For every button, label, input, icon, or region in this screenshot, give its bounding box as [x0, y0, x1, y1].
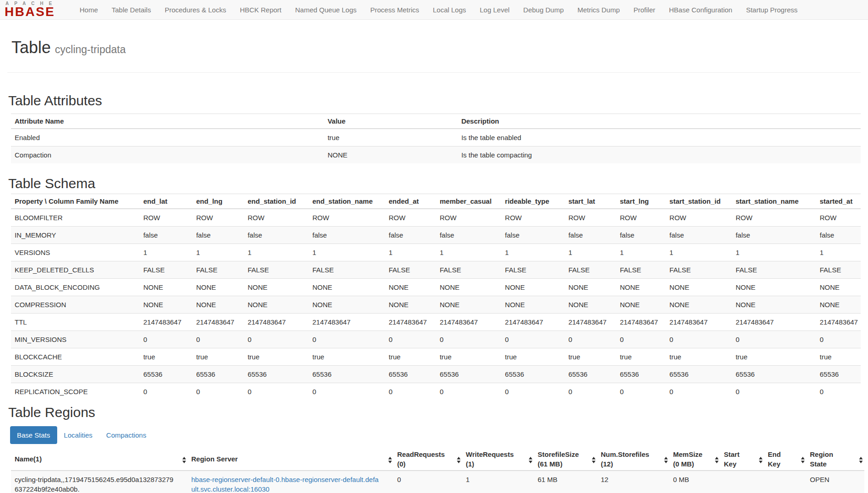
schema-value-cell: 2147483647 [666, 314, 732, 331]
attribute-name-cell: Enabled [11, 129, 324, 146]
schema-family-header: end_station_id [244, 194, 309, 209]
sort-icon[interactable] [759, 456, 763, 462]
sort-icon[interactable] [528, 456, 533, 462]
nav-link-log-level[interactable]: Log Level [473, 0, 517, 20]
schema-value-cell: 2147483647 [501, 314, 565, 331]
nav-link-startup-progress[interactable]: Startup Progress [739, 0, 804, 20]
nav-item: Table Details [105, 0, 158, 20]
nav-item: Log Level [473, 0, 517, 20]
schema-value-cell: 0 [565, 331, 616, 348]
sort-icon[interactable] [388, 456, 392, 462]
sort-icon[interactable] [457, 456, 461, 462]
regions-col-header[interactable]: StorefileSize(61 MB) [534, 448, 597, 471]
schema-value-cell: 1 [732, 244, 816, 261]
schema-value-cell: NONE [309, 279, 385, 296]
schema-value-cell: NONE [732, 279, 816, 296]
regions-col-header[interactable]: Num.Storefiles(12) [597, 448, 669, 471]
sort-icon[interactable] [859, 456, 863, 462]
schema-value-cell: ROW [385, 209, 436, 227]
schema-value-cell: false [436, 227, 501, 244]
schema-value-cell: ROW [816, 209, 861, 227]
schema-value-cell: NONE [193, 279, 244, 296]
nav-link-home[interactable]: Home [73, 0, 105, 20]
schema-value-cell: NONE [244, 279, 309, 296]
schema-property-cell: REPLICATION_SCOPE [11, 383, 140, 401]
nav-link-metrics-dump[interactable]: Metrics Dump [571, 0, 627, 20]
schema-value-cell: 1 [565, 244, 616, 261]
nav-link-local-logs[interactable]: Local Logs [426, 0, 473, 20]
regions-col-header[interactable]: StartKey [720, 448, 764, 471]
sort-icon[interactable] [664, 456, 668, 462]
schema-value-cell: true [385, 348, 436, 366]
regions-col-header[interactable]: RegionState [806, 448, 864, 471]
schema-value-cell: false [666, 227, 732, 244]
schema-value-cell: 1 [140, 244, 192, 261]
schema-value-cell: NONE [501, 296, 565, 314]
schema-value-cell: NONE [385, 279, 436, 296]
schema-family-header: end_lng [193, 194, 244, 209]
regions-col-header[interactable]: ReadRequests(0) [394, 448, 462, 471]
schema-value-cell: true [732, 348, 816, 366]
nav-link-debug-dump[interactable]: Debug Dump [517, 0, 571, 20]
schema-property-cell: KEEP_DELETED_CELLS [11, 261, 140, 279]
regions-col-label: Name(1) [15, 454, 184, 464]
nav-link-hbck-report[interactable]: HBCK Report [233, 0, 288, 20]
schema-value-cell: 2147483647 [385, 314, 436, 331]
nav-item: Home [73, 0, 105, 20]
nav-link-hbase-configuration[interactable]: HBase Configuration [662, 0, 739, 20]
schema-value-cell: NONE [732, 296, 816, 314]
schema-value-cell: ROW [193, 209, 244, 227]
regions-col-sublabel: State [810, 459, 861, 469]
attributes-col-header: Value [324, 114, 458, 129]
sort-icon[interactable] [715, 456, 719, 462]
regions-col-header[interactable]: Region Server [188, 448, 394, 471]
region-state-cell: OPEN [806, 471, 864, 493]
schema-value-cell: NONE [565, 279, 616, 296]
region-server-link[interactable]: hbase-regionserver-default-0.hbase-regio… [191, 475, 380, 493]
regions-col-header[interactable]: Name(1) [11, 448, 188, 471]
schema-table: Property \ Column Family Nameend_latend_… [11, 194, 861, 400]
regions-heading: Table Regions [8, 405, 861, 420]
region-end-key-cell [764, 471, 806, 493]
nav-link-profiler[interactable]: Profiler [627, 0, 663, 20]
schema-value-cell: false [616, 227, 666, 244]
regions-col-header[interactable]: MemSize(0 MB) [669, 448, 720, 471]
schema-value-cell: false [816, 227, 861, 244]
tab-base-stats[interactable]: Base Stats [10, 426, 57, 444]
regions-col-label: ReadRequests [397, 450, 458, 459]
schema-value-cell: false [732, 227, 816, 244]
region-name-text: cycling-tripdata,,1719475156245.e95d0a13… [15, 475, 176, 493]
regions-col-header[interactable]: WriteRequests(1) [462, 448, 534, 471]
sort-icon[interactable] [182, 456, 186, 462]
nav-link-table-details[interactable]: Table Details [105, 0, 158, 20]
attribute-value-cell: true [324, 129, 458, 146]
schema-value-cell: 2147483647 [193, 314, 244, 331]
schema-row: VERSIONS111111111111 [11, 244, 861, 261]
attribute-description-cell: Is the table compacting [458, 146, 861, 164]
schema-family-header: start_lat [565, 194, 616, 209]
hbase-logo[interactable]: APACHE HBASE [5, 1, 61, 17]
tab-compactions[interactable]: Compactions [99, 426, 153, 444]
tab-localities[interactable]: Localities [57, 426, 100, 444]
schema-family-header: end_station_name [309, 194, 385, 209]
nav-link-process-metrics[interactable]: Process Metrics [363, 0, 426, 20]
attributes-heading: Table Attributes [8, 93, 861, 108]
title-divider [7, 72, 861, 73]
regions-col-label: Start [724, 450, 760, 459]
regions-col-label: Region Server [191, 454, 390, 464]
schema-row: TTL2147483647214748364721474836472147483… [11, 314, 861, 331]
schema-property-cell: TTL [11, 314, 140, 331]
nav-item: Profiler [627, 0, 663, 20]
nav-link-procedures-locks[interactable]: Procedures & Locks [158, 0, 233, 20]
schema-value-cell: NONE [193, 296, 244, 314]
schema-value-cell: 0 [501, 331, 565, 348]
regions-col-header[interactable]: EndKey [764, 448, 806, 471]
nav-item: Metrics Dump [571, 0, 627, 20]
attribute-name-cell: Compaction [11, 146, 324, 164]
schema-value-cell: 1 [501, 244, 565, 261]
schema-value-cell: false [565, 227, 616, 244]
nav-link-named-queue-logs[interactable]: Named Queue Logs [288, 0, 363, 20]
sort-icon[interactable] [592, 456, 596, 462]
schema-value-cell: 0 [616, 383, 666, 401]
sort-icon[interactable] [801, 456, 805, 462]
